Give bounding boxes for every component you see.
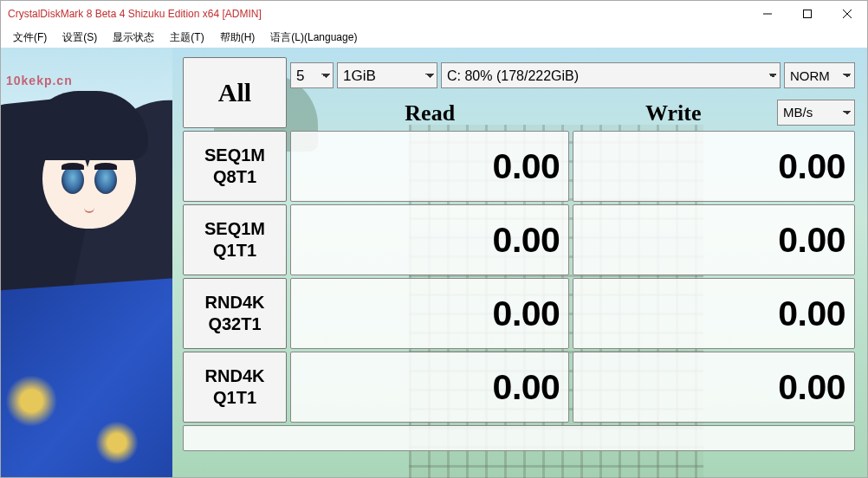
test-button-seq1m-q8t1[interactable]: SEQ1MQ8T1: [183, 131, 287, 202]
test-label-line1: RND4K: [205, 293, 265, 312]
unit-select[interactable]: MB/s: [777, 100, 855, 126]
test-label-line1: SEQ1M: [204, 145, 265, 165]
write-value-3: 0.00: [573, 352, 855, 423]
test-label-line2: Q8T1: [213, 167, 256, 186]
shizuku-illustration: 10kekp.cn: [1, 48, 172, 477]
test-label-line1: SEQ1M: [204, 219, 265, 238]
menu-settings[interactable]: 设置(S): [55, 29, 104, 47]
watermark-text: 10kekp.cn: [6, 74, 73, 87]
mode-select[interactable]: NORM: [784, 62, 855, 88]
write-header: Write: [573, 99, 774, 126]
maximize-button[interactable]: [787, 1, 827, 27]
run-all-button[interactable]: All: [183, 57, 287, 128]
svg-rect-0: [804, 10, 812, 18]
menu-help[interactable]: 帮助(H): [213, 29, 262, 47]
status-bar: [183, 425, 855, 451]
menu-display[interactable]: 显示状态: [106, 29, 161, 47]
window-controls: [748, 1, 867, 27]
read-value-0: 0.00: [290, 131, 569, 202]
test-label-line1: RND4K: [205, 366, 265, 385]
menu-language[interactable]: 语言(L)(Language): [263, 29, 364, 47]
test-button-seq1m-q1t1[interactable]: SEQ1MQ1T1: [183, 204, 287, 275]
benchmark-grid: All 5 1GiB C: 80% (178/222GiB) NORM Read…: [172, 48, 867, 477]
window-title: CrystalDiskMark 8 Beta 4 Shizuku Edition…: [8, 8, 748, 20]
test-label-line2: Q1T1: [213, 241, 256, 260]
test-button-rnd4k-q32t1[interactable]: RND4KQ32T1: [183, 278, 287, 349]
read-value-1: 0.00: [290, 204, 569, 275]
read-header: Read: [290, 99, 569, 126]
write-value-2: 0.00: [573, 278, 855, 349]
titlebar[interactable]: CrystalDiskMark 8 Beta 4 Shizuku Edition…: [1, 1, 867, 27]
test-label-line2: Q32T1: [208, 314, 261, 333]
top-controls: 5 1GiB C: 80% (178/222GiB) NORM: [290, 57, 855, 94]
client-area: 10kekp.cn All 5 1GiB C: 80% (178/222GiB)…: [1, 48, 867, 477]
menubar: 文件(F) 设置(S) 显示状态 主题(T) 帮助(H) 语言(L)(Langu…: [1, 27, 867, 48]
minimize-button[interactable]: [748, 1, 787, 27]
read-value-3: 0.00: [290, 352, 569, 423]
run-count-select[interactable]: 5: [290, 62, 334, 88]
test-button-rnd4k-q1t1[interactable]: RND4KQ1T1: [183, 352, 287, 423]
write-value-1: 0.00: [573, 204, 855, 275]
app-window: CrystalDiskMark 8 Beta 4 Shizuku Edition…: [0, 0, 868, 478]
read-value-2: 0.00: [290, 278, 569, 349]
test-size-select[interactable]: 1GiB: [337, 62, 437, 88]
write-value-0: 0.00: [573, 131, 855, 202]
menu-theme[interactable]: 主题(T): [163, 29, 211, 47]
test-label-line2: Q1T1: [213, 388, 256, 407]
close-button[interactable]: [827, 1, 867, 27]
drive-select[interactable]: C: 80% (178/222GiB): [441, 62, 781, 88]
menu-file[interactable]: 文件(F): [6, 29, 54, 47]
